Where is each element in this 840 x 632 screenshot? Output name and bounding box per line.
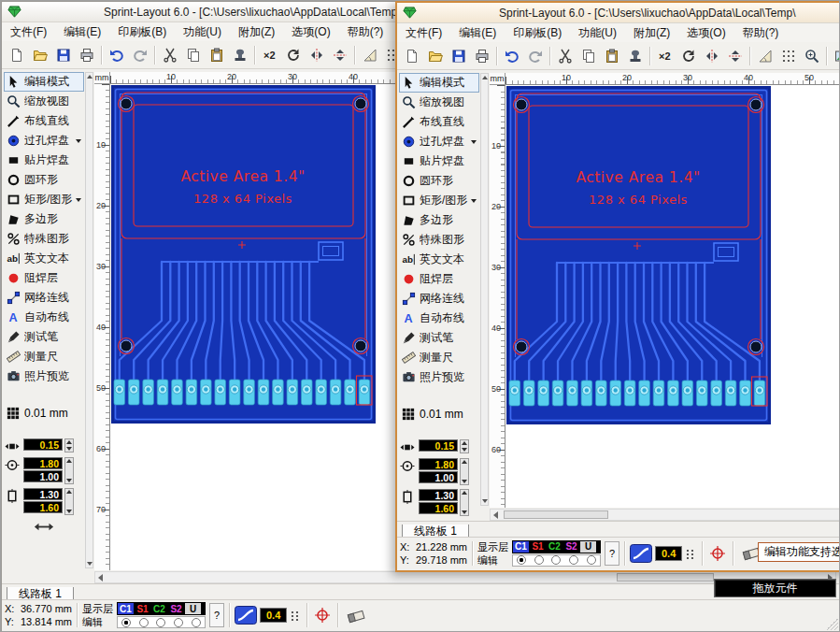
mirror-horizontal-icon[interactable] <box>329 44 350 65</box>
smd-size-stepper[interactable] <box>460 489 469 516</box>
tool-button-rect[interactable]: 矩形/图形 <box>399 191 479 210</box>
scroll-down-icon[interactable] <box>87 562 93 566</box>
smd-size-stepper[interactable] <box>64 488 74 515</box>
tool-button-text[interactable]: ab英文文本 <box>399 250 479 269</box>
layer-radio-C2[interactable] <box>152 618 170 627</box>
smd-height-value[interactable]: 1.60 <box>23 501 63 513</box>
tool-button-special-shape[interactable]: 特殊图形 <box>399 230 479 250</box>
horizontal-scrollbar[interactable] <box>490 509 840 521</box>
copy-icon[interactable] <box>577 45 599 66</box>
tool-button-trace-line[interactable]: 布线直线 <box>399 112 479 132</box>
tool-panel-scrollbar[interactable] <box>480 73 489 506</box>
tool-button-test-pen[interactable]: 测试笔 <box>4 327 84 347</box>
eraser-icon[interactable] <box>345 608 367 624</box>
pcb-board[interactable]: Active Area 1.4" 128 x 64 Pixels <box>111 85 376 424</box>
track-width-value[interactable]: 0.15 <box>419 439 458 452</box>
layer-chip-C2[interactable]: C2 <box>151 603 167 614</box>
layer-radio-C1[interactable] <box>513 555 531 565</box>
resize-grip-icon[interactable] <box>826 618 838 630</box>
paste-icon[interactable] <box>206 44 227 65</box>
track-width-badge-icon[interactable] <box>235 606 257 625</box>
copy-icon[interactable] <box>182 44 204 65</box>
scroll-up-icon[interactable] <box>87 75 93 79</box>
layer-chip-S1[interactable]: S1 <box>135 603 150 614</box>
tool-button-text[interactable]: ab英文文本 <box>4 249 84 268</box>
title-bar[interactable]: Sprint-Layout 6.0 - [C:\Users\lixuchao\A… <box>397 3 840 23</box>
tool-button-polygon[interactable]: 多边形 <box>4 209 84 229</box>
layer-radio-C1[interactable] <box>118 618 135 627</box>
layer-radio-S2[interactable] <box>565 555 583 565</box>
grid-setting-button[interactable]: 0.01 mm <box>399 406 479 423</box>
width-sync-icon[interactable] <box>4 519 84 536</box>
scroll-up-icon[interactable] <box>482 76 488 79</box>
tool-button-via-pad[interactable]: 过孔焊盘 <box>4 131 84 151</box>
menu-item-6[interactable]: 帮助(?) <box>734 23 788 42</box>
layer-chip-U[interactable]: U <box>580 541 596 553</box>
via-outer-value[interactable]: 1.80 <box>23 457 63 469</box>
open-folder-icon[interactable] <box>29 44 50 65</box>
track-width-badge-icon[interactable] <box>630 544 652 563</box>
tool-button-photo[interactable]: 照片预览 <box>4 366 84 386</box>
menu-item-4[interactable]: 附加(Z) <box>230 22 283 41</box>
pcb-board[interactable]: Active Area 1.4" 128 x 64 Pixels <box>506 86 771 424</box>
tool-button-smd-pad[interactable]: 贴片焊盘 <box>399 151 479 171</box>
scroll-left-icon[interactable] <box>98 574 103 582</box>
cut-icon[interactable] <box>554 45 576 66</box>
tool-panel-scrollbar[interactable] <box>85 72 93 568</box>
tool-button-ring[interactable]: 圆环形 <box>399 171 479 191</box>
redo-icon[interactable] <box>524 45 546 66</box>
scrollbar-thumb[interactable] <box>617 573 714 582</box>
smd-width-value[interactable]: 1.30 <box>23 488 63 500</box>
stamp-icon[interactable] <box>624 45 646 66</box>
tool-button-special-shape[interactable]: 特殊图形 <box>4 229 84 249</box>
zoom-icon[interactable] <box>801 45 822 66</box>
stamp-icon[interactable] <box>229 44 250 65</box>
menu-item-2[interactable]: 印刷板(B) <box>505 23 570 42</box>
rotate-icon[interactable] <box>677 45 699 66</box>
tool-button-autoroute[interactable]: A自动布线 <box>4 308 84 327</box>
print-icon[interactable] <box>76 44 97 65</box>
layer-radio-C2[interactable] <box>548 555 565 565</box>
layer-radio-S1[interactable] <box>135 618 153 627</box>
tool-button-cursor[interactable]: 编辑模式 <box>4 72 84 92</box>
menu-item-2[interactable]: 印刷板(B) <box>109 22 175 41</box>
pcb-canvas[interactable]: Active Area 1.4" 128 x 64 Pixels <box>505 85 840 508</box>
crosshair-icon[interactable] <box>709 545 726 562</box>
via-size-stepper[interactable] <box>460 458 469 485</box>
menu-item-0[interactable]: 文件(F) <box>397 23 450 42</box>
rotate-icon[interactable] <box>282 44 304 65</box>
track-width-badge-value[interactable]: 0.4 <box>260 608 287 623</box>
tool-button-measure[interactable]: 测量尺 <box>399 348 479 367</box>
via-size-stepper[interactable] <box>64 457 74 484</box>
tool-button-magnifier[interactable]: 缩放视图 <box>399 93 479 112</box>
tool-button-ring[interactable]: 圆环形 <box>4 170 84 190</box>
open-folder-icon[interactable] <box>424 45 446 66</box>
crosshair-icon[interactable] <box>314 607 331 624</box>
track-width-badge-value[interactable]: 0.4 <box>655 546 682 561</box>
chevron-down-icon[interactable] <box>471 140 477 144</box>
mirror-horizontal-icon[interactable] <box>724 45 746 66</box>
tool-button-autoroute[interactable]: A自动布线 <box>399 309 479 328</box>
via-drill-value[interactable]: 1.00 <box>419 471 458 483</box>
chevron-down-icon[interactable] <box>471 199 477 203</box>
save-icon[interactable] <box>52 44 74 65</box>
smd-width-value[interactable]: 1.30 <box>419 489 458 501</box>
print-icon[interactable] <box>471 45 492 66</box>
menu-item-1[interactable]: 编辑(E) <box>55 22 109 41</box>
paste-icon[interactable] <box>601 45 622 66</box>
tool-button-trace-line[interactable]: 布线直线 <box>4 111 84 131</box>
grid-mini-icon[interactable] <box>290 608 302 623</box>
smd-height-value[interactable]: 1.60 <box>419 502 458 514</box>
menu-item-3[interactable]: 功能(U) <box>175 22 230 41</box>
tool-button-test-pen[interactable]: 测试笔 <box>399 328 479 348</box>
scroll-down-icon[interactable] <box>482 499 488 503</box>
grid-setting-button[interactable]: 0.01 mm <box>4 405 84 422</box>
redo-icon[interactable] <box>129 44 150 65</box>
angle-measure-icon[interactable] <box>359 44 380 65</box>
scroll-left-icon[interactable] <box>493 511 498 519</box>
scale-x2-icon[interactable]: ×2 <box>654 45 676 66</box>
window-right[interactable]: Sprint-Layout 6.0 - [C:\Users\lixuchao\A… <box>395 1 840 572</box>
track-width-stepper[interactable] <box>460 439 469 453</box>
chevron-down-icon[interactable] <box>76 198 81 202</box>
layer-chip-S1[interactable]: S1 <box>530 541 546 553</box>
